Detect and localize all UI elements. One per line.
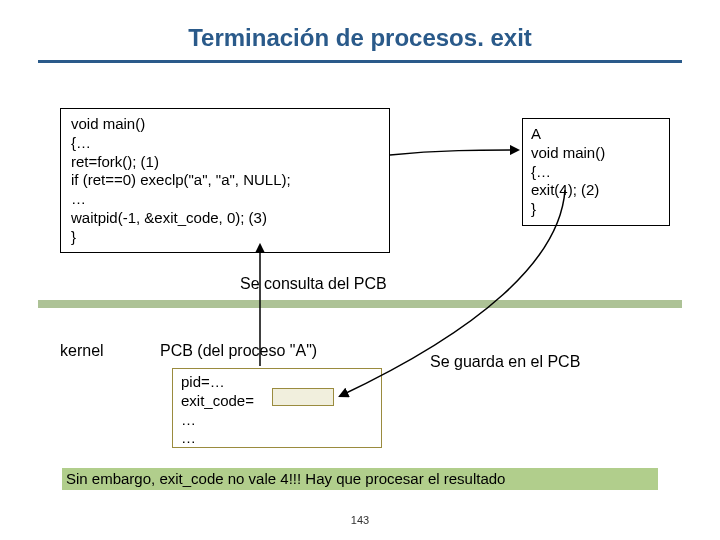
code-line: if (ret==0) execlp("a", "a", NULL); — [71, 171, 379, 190]
code-line: void main() — [71, 115, 379, 134]
code-line: … — [71, 190, 379, 209]
code-line: waitpid(-1, &exit_code, 0); (3) — [71, 209, 379, 228]
kernel-divider-band — [38, 300, 682, 308]
code-line: ret=fork(); (1) — [71, 153, 379, 172]
page-number: 143 — [0, 514, 720, 526]
code-line: {… — [71, 134, 379, 153]
pcb-box: pid=… exit_code= … … — [172, 368, 382, 448]
se-consulta-label: Se consulta del PCB — [240, 275, 387, 293]
kernel-label: kernel — [60, 342, 104, 360]
pcb-line: … — [181, 411, 373, 430]
child-code-box: A void main() {… exit(4); (2) } — [522, 118, 670, 226]
pcb-line: … — [181, 429, 373, 448]
code-line: } — [531, 200, 661, 219]
parent-code-box: void main() {… ret=fork(); (1) if (ret==… — [60, 108, 390, 253]
se-guarda-label: Se guarda en el PCB — [430, 353, 580, 371]
exitcode-highlight-box — [272, 388, 334, 406]
footer-text: Sin embargo, exit_code no vale 4!!! Hay … — [66, 468, 505, 490]
code-line: exit(4); (2) — [531, 181, 661, 200]
arrows-overlay — [0, 0, 720, 540]
slide-title: Terminación de procesos. exit — [0, 24, 720, 52]
code-line: {… — [531, 163, 661, 182]
code-line: void main() — [531, 144, 661, 163]
code-line: } — [71, 228, 379, 247]
title-divider — [38, 60, 682, 63]
pcb-title: PCB (del proceso "A") — [160, 342, 317, 360]
slide: Terminación de procesos. exit void main(… — [0, 0, 720, 540]
child-label: A — [531, 125, 661, 144]
